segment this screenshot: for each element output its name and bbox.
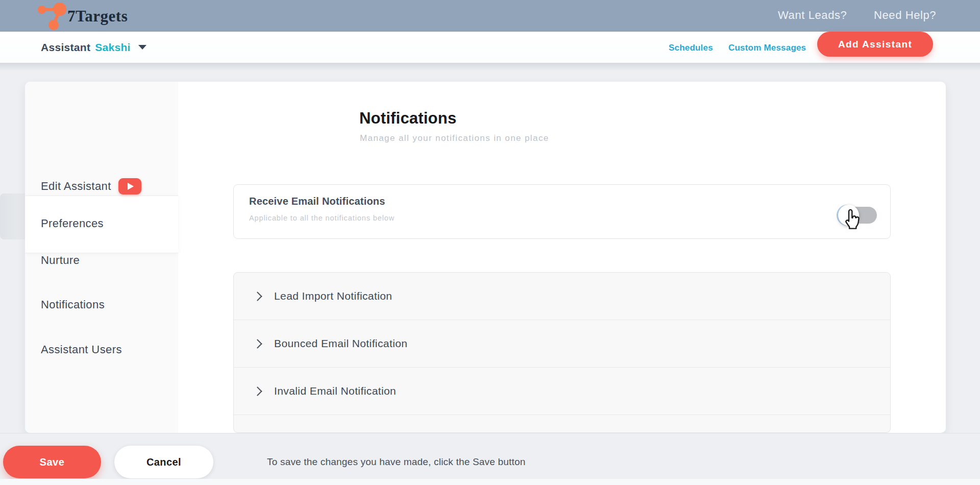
page-title: Notifications [359,109,456,128]
sidebar-item-label: Notifications [41,298,105,311]
chevron-down-icon [138,45,146,50]
footer-action-bar: Save Cancel To save the changes you have… [0,433,980,485]
sidebar-item-label: Preferences [41,217,104,230]
sidebar-item-preferences[interactable]: Preferences [25,207,178,240]
custom-messages-link[interactable]: Custom Messages [728,43,806,53]
section-lead-import[interactable]: Lead Import Notification [234,273,890,320]
schedules-link[interactable]: Schedules [669,43,713,53]
save-hint-text: To save the changes you have made, click… [267,456,526,468]
sidebar-item-edit-assistant[interactable]: Edit Assistant [25,170,178,203]
sidebar-item-label: Assistant Users [41,343,122,356]
master-toggle-description: Applicable to all the notifications belo… [249,214,395,222]
need-help-link[interactable]: Need Help? [874,9,936,22]
save-button[interactable]: Save [3,446,101,478]
app-root: 7Targets Want Leads? Need Help? Assistan… [0,0,980,485]
chevron-right-icon [253,386,262,396]
settings-sidebar: Edit Assistant Preferences Nurture Notif… [25,82,178,433]
7targets-logo-icon [37,2,66,32]
header-shadow [0,63,980,71]
assistant-header-bar: Assistant Sakshi Schedules Custom Messag… [0,32,980,63]
section-invalid-email[interactable]: Invalid Email Notification [234,368,890,415]
assistant-selector[interactable]: Assistant Sakshi [41,32,146,63]
want-leads-link[interactable]: Want Leads? [778,9,847,22]
cancel-button[interactable]: Cancel [114,446,213,478]
add-assistant-button[interactable]: Add Assistant [817,32,933,57]
sidebar-item-label: Nurture [41,254,80,267]
section-label: Invalid Email Notification [274,385,396,397]
sidebar-item-label: Edit Assistant [41,180,111,193]
assistant-label: Assistant [41,41,90,54]
sidebar-item-nurture[interactable]: Nurture [25,244,178,277]
section-label: Bounced Email Notification [274,337,407,350]
sidebar-item-assistant-users[interactable]: Assistant Users [25,333,178,366]
chevron-right-icon [253,339,262,348]
section-partial-row[interactable] [234,415,890,433]
top-navbar: 7Targets Want Leads? Need Help? [0,0,980,32]
sidebar-item-notifications[interactable]: Notifications [25,288,178,321]
section-label: Lead Import Notification [274,290,392,302]
youtube-icon[interactable] [118,178,141,195]
master-toggle-card: Receive Email Notifications Applicable t… [233,184,891,239]
section-bounced-email[interactable]: Bounced Email Notification [234,320,890,368]
master-toggle-label: Receive Email Notifications [249,196,385,207]
assistant-name: Sakshi [95,41,131,54]
play-icon [128,183,134,190]
brand-name: 7Targets [67,7,128,26]
toggle-knob [838,205,859,226]
page-subtitle: Manage all your notifications in one pla… [360,133,549,143]
email-notifications-toggle[interactable] [840,207,877,224]
chevron-right-icon [253,292,262,301]
notification-sections-list: Lead Import Notification Bounced Email N… [233,272,891,433]
footer-bottom-strip [0,479,980,485]
